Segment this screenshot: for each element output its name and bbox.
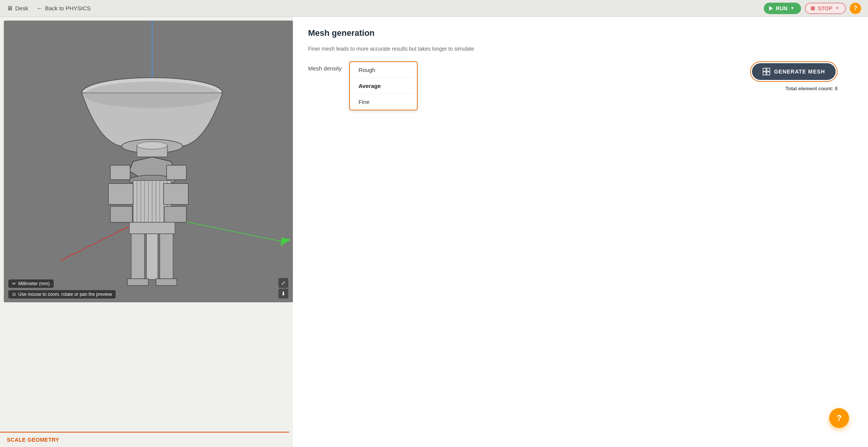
- viewport-3d[interactable]: ✏ Millimeter (mm) ⊙ Use mouse to zoom, r…: [4, 21, 293, 302]
- scale-geometry-bar[interactable]: SCALE GEOMETRY: [0, 432, 289, 447]
- right-panel: Mesh generation Finer mesh leads to more…: [293, 17, 868, 447]
- stop-dropdown-arrow[interactable]: ▾: [836, 6, 838, 11]
- svg-rect-36: [763, 72, 766, 75]
- run-label: RUN: [776, 5, 787, 11]
- generate-mesh-label: GENERATE MESH: [774, 69, 825, 75]
- nav-right: RUN ▾ STOP ▾ ?: [764, 3, 861, 14]
- mesh-density-label: Mesh density: [308, 61, 342, 72]
- fullscreen-button[interactable]: ⤢: [278, 278, 288, 288]
- total-element-count: Total element count: 0: [785, 86, 838, 91]
- nav-left: 🖥 Desk ← Back to PHYSICS: [7, 5, 91, 12]
- stop-label: STOP: [818, 5, 832, 11]
- download-icon: ⬇: [281, 291, 286, 297]
- main-layout: ✏ Millimeter (mm) ⊙ Use mouse to zoom, r…: [0, 17, 868, 447]
- generate-area: GENERATE MESH Total element count: 0: [750, 61, 838, 91]
- mouse-hint: ⊙ Use mouse to zoom, rotate or pan the p…: [8, 290, 116, 299]
- density-option-fine[interactable]: Fine: [350, 94, 417, 110]
- svg-rect-32: [127, 279, 148, 286]
- generate-mesh-button[interactable]: GENERATE MESH: [752, 63, 836, 80]
- help-icon: ?: [854, 5, 857, 12]
- stop-button[interactable]: STOP ▾: [805, 3, 846, 14]
- mouse-hint-text: Use mouse to zoom, rotate or pan the pre…: [18, 292, 112, 297]
- density-option-average[interactable]: Average: [350, 78, 417, 94]
- back-arrow-icon: ←: [37, 5, 43, 12]
- svg-point-7: [84, 81, 221, 108]
- download-button[interactable]: ⬇: [278, 289, 288, 299]
- top-nav: 🖥 Desk ← Back to PHYSICS RUN ▾ STOP ▾ ?: [0, 0, 868, 17]
- fullscreen-icon: ⤢: [281, 280, 286, 286]
- density-option-rough[interactable]: Rough: [350, 62, 417, 78]
- total-element-value: 0: [835, 86, 838, 91]
- svg-rect-34: [763, 68, 766, 71]
- svg-rect-35: [767, 68, 770, 71]
- nav-desk-btn[interactable]: 🖥 Desk: [7, 5, 28, 12]
- mesh-info-text: Finer mesh leads to more accurate result…: [308, 45, 853, 53]
- panel-title: Mesh generation: [308, 28, 853, 38]
- nav-back-btn[interactable]: ← Back to PHYSICS: [37, 5, 91, 12]
- svg-rect-13: [167, 165, 186, 180]
- svg-rect-26: [110, 206, 132, 222]
- unit-badge-area: ✏ Millimeter (mm): [8, 279, 54, 288]
- help-fab-button[interactable]: ?: [829, 408, 849, 428]
- unit-badge[interactable]: ✏ Millimeter (mm): [8, 279, 54, 288]
- mouse-icon: ⊙: [12, 292, 16, 297]
- run-dropdown-arrow[interactable]: ▾: [791, 6, 793, 11]
- stop-square-icon: [811, 6, 815, 10]
- help-button[interactable]: ?: [850, 3, 861, 14]
- svg-rect-24: [108, 184, 133, 204]
- density-dropdown-wrapper: Rough Average Fine: [349, 61, 418, 110]
- run-triangle-icon: [769, 6, 773, 11]
- svg-point-9: [137, 142, 167, 149]
- svg-rect-31: [160, 234, 173, 279]
- svg-rect-27: [164, 206, 186, 222]
- pencil-icon: ✏: [12, 281, 16, 286]
- svg-rect-25: [164, 184, 188, 204]
- density-dropdown[interactable]: Rough Average Fine: [349, 61, 418, 110]
- svg-rect-12: [110, 165, 130, 180]
- desk-icon: 🖥: [7, 5, 13, 12]
- svg-rect-33: [156, 279, 177, 286]
- generate-mesh-btn-wrapper: GENERATE MESH: [750, 61, 838, 82]
- unit-label: Millimeter (mm): [18, 281, 50, 286]
- svg-rect-29: [131, 234, 145, 279]
- 3d-model-svg: [4, 21, 293, 302]
- help-fab-icon: ?: [836, 413, 841, 423]
- run-button[interactable]: RUN ▾: [764, 3, 801, 14]
- desk-label: Desk: [15, 5, 28, 11]
- grid-icon: [763, 68, 770, 75]
- svg-rect-28: [129, 222, 175, 234]
- back-label: Back to PHYSICS: [45, 5, 91, 11]
- scale-geometry-label: SCALE GEOMETRY: [7, 437, 59, 443]
- mesh-density-row: Mesh density Rough Average Fine: [308, 61, 853, 110]
- svg-rect-30: [146, 234, 158, 279]
- svg-rect-37: [767, 72, 770, 75]
- total-element-label: Total element count:: [785, 86, 833, 91]
